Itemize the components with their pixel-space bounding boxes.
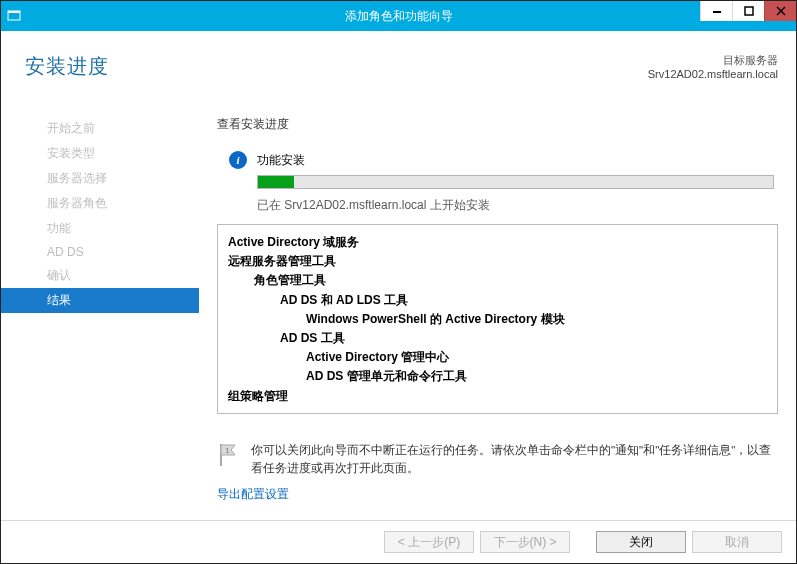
- nav-item: 服务器选择: [1, 166, 199, 191]
- app-icon: [1, 9, 27, 23]
- detail-line: 组策略管理: [228, 387, 767, 406]
- detail-line: 远程服务器管理工具: [228, 252, 767, 271]
- nav-item: AD DS: [1, 241, 199, 263]
- export-config-link[interactable]: 导出配置设置: [217, 486, 778, 503]
- cancel-button: 取消: [692, 531, 782, 553]
- nav-item: 开始之前: [1, 116, 199, 141]
- svg-rect-1: [8, 11, 20, 13]
- detail-line: Windows PowerShell 的 Active Directory 模块: [228, 310, 767, 329]
- nav-item: 功能: [1, 216, 199, 241]
- progress-bar: [257, 175, 774, 189]
- nav-item: 安装类型: [1, 141, 199, 166]
- close-wizard-button[interactable]: 关闭: [596, 531, 686, 553]
- detail-line: Active Directory 域服务: [228, 233, 767, 252]
- next-button: 下一步(N) >: [480, 531, 570, 553]
- progress-fill: [258, 176, 294, 188]
- detail-line: AD DS 管理单元和命令行工具: [228, 367, 767, 386]
- svg-text:1: 1: [225, 446, 230, 455]
- window-title: 添加角色和功能向导: [1, 8, 796, 25]
- detail-line: Active Directory 管理中心: [228, 348, 767, 367]
- maximize-button[interactable]: [732, 1, 764, 21]
- status-text: 功能安装: [257, 152, 305, 169]
- note-row: 1 你可以关闭此向导而不中断正在运行的任务。请依次单击命令栏中的"通知"和"任务…: [217, 442, 778, 478]
- detail-line: AD DS 工具: [228, 329, 767, 348]
- titlebar: 添加角色和功能向导: [1, 1, 796, 31]
- svg-rect-3: [745, 7, 753, 15]
- detail-line: 角色管理工具: [228, 271, 767, 290]
- note-text: 你可以关闭此向导而不中断正在运行的任务。请依次单击命令栏中的"通知"和"任务详细…: [251, 442, 778, 478]
- nav-item[interactable]: 结果: [1, 288, 199, 313]
- progress-substatus: 已在 Srv12AD02.msftlearn.local 上开始安装: [217, 197, 778, 214]
- target-server-label: 目标服务器: [648, 53, 778, 68]
- nav-item: 服务器角色: [1, 191, 199, 216]
- window-controls: [700, 1, 796, 21]
- page-title: 安装进度: [25, 53, 109, 80]
- detail-line: AD DS 和 AD LDS 工具: [228, 291, 767, 310]
- wizard-nav: 开始之前安装类型服务器选择服务器角色功能AD DS确认结果: [1, 80, 199, 520]
- header: 安装进度 目标服务器 Srv12AD02.msftlearn.local: [1, 31, 796, 80]
- minimize-button[interactable]: [700, 1, 732, 21]
- status-row: i 功能安装: [217, 151, 778, 169]
- target-server-box: 目标服务器 Srv12AD02.msftlearn.local: [648, 53, 778, 80]
- previous-button: < 上一步(P): [384, 531, 474, 553]
- close-button[interactable]: [764, 1, 796, 21]
- info-icon: i: [229, 151, 247, 169]
- footer: < 上一步(P) 下一步(N) > 关闭 取消: [1, 520, 796, 563]
- nav-item: 确认: [1, 263, 199, 288]
- flag-icon: 1: [217, 442, 241, 468]
- section-label: 查看安装进度: [217, 116, 778, 133]
- install-details: Active Directory 域服务远程服务器管理工具角色管理工具AD DS…: [217, 224, 778, 414]
- target-server-value: Srv12AD02.msftlearn.local: [648, 68, 778, 80]
